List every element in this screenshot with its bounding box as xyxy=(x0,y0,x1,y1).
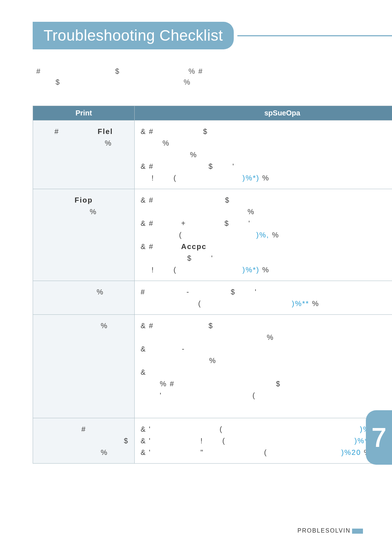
footer-label: PROBLESOLVIN xyxy=(298,527,363,534)
cell-line: % xyxy=(39,320,128,331)
cell-line: % xyxy=(140,149,392,160)
col-header-problem: Print xyxy=(33,106,135,121)
problem-cell: Fiop % xyxy=(33,189,135,281)
cell-line: % xyxy=(39,447,128,458)
footer-accent-box xyxy=(352,529,363,534)
page-ref-link[interactable]: )%** xyxy=(292,300,309,307)
title-rule xyxy=(237,35,392,36)
troubleshooting-table: Print spSueOpa # Flel %& # $ % %& # $ ' … xyxy=(33,106,392,464)
cell-line: # - $ ' xyxy=(140,286,392,298)
cell-line: & # $ xyxy=(140,320,392,331)
problem-cell: % xyxy=(33,315,135,418)
solution-cell: & ' ( )%. %& ' ! ( )%*) %& ' " xyxy=(135,418,392,464)
solution-cell: & # $ %& # + $ ' ( )%, %& # Accpc $ ' xyxy=(135,189,392,281)
cell-line: $ ' xyxy=(140,252,392,264)
cell-line: % xyxy=(39,206,128,217)
cell-line: & # $ xyxy=(140,194,392,206)
title-bar: Troubleshooting Checklist xyxy=(33,22,359,49)
page-ref-link[interactable]: )%, xyxy=(256,231,269,239)
table-row: %& # $ %& - %& % # $ ' xyxy=(33,315,392,418)
cell-line: # Flel xyxy=(39,126,128,137)
cell-line: & # $ ' xyxy=(140,160,392,172)
page-ref-link[interactable]: )%*) xyxy=(242,266,260,274)
chapter-tab: 7 xyxy=(366,410,392,465)
problem-cell: # $ % xyxy=(33,418,135,464)
cell-line: & # $ xyxy=(140,126,392,137)
solution-cell: & # $ % %& # $ ' ! ( )%*) % xyxy=(135,121,392,189)
table-row: %# - $ ' ( )%** % xyxy=(33,281,392,315)
cell-line: % xyxy=(140,206,392,217)
chapter-number: 7 xyxy=(372,423,386,452)
bold-term: Accpc xyxy=(181,243,207,250)
page-title: Troubleshooting Checklist xyxy=(33,22,234,49)
cell-line: ! ( )%*) % xyxy=(140,172,392,184)
cell-line: & # Accpc xyxy=(140,241,392,252)
cell-line: % xyxy=(39,286,128,298)
cell-line: % # $ xyxy=(140,378,392,390)
page-ref-link[interactable]: )%*) xyxy=(242,174,260,182)
cell-line: % xyxy=(39,137,128,149)
cell-line: $ xyxy=(39,435,128,447)
bold-term: Flel xyxy=(98,127,113,135)
cell-line: & xyxy=(140,366,392,378)
table-row: # $ %& ' ( )%. %& ' ! ( xyxy=(33,418,392,464)
cell-line: & ' ( )%. % xyxy=(140,423,392,435)
cell-line: % xyxy=(140,137,392,149)
page-ref-link[interactable]: )%20 xyxy=(341,448,361,456)
table-row: # Flel %& # $ % %& # $ ' ! ( )%*) % xyxy=(33,121,392,189)
cell-line: & ' " ( )%20 % xyxy=(140,447,392,458)
cell-line: & # + $ ' xyxy=(140,217,392,229)
bold-term: Fiop xyxy=(75,196,93,204)
intro-text: # $ % # $ % xyxy=(36,66,359,87)
problem-cell: # Flel % xyxy=(33,121,135,189)
cell-line: Fiop xyxy=(39,194,128,206)
cell-line: ' ( )%. % xyxy=(140,390,392,401)
problem-cell: % xyxy=(33,281,135,315)
col-header-solution: spSueOpa xyxy=(135,106,392,121)
cell-line: & - xyxy=(140,343,392,355)
solution-cell: & # $ %& - %& % # $ ' xyxy=(135,315,392,418)
cell-line xyxy=(140,401,392,413)
cell-line: % xyxy=(140,355,392,366)
cell-line: # xyxy=(39,423,128,435)
cell-line: ! ( )%*) % xyxy=(140,264,392,276)
cell-line: ( )%** % xyxy=(140,298,392,309)
table-row: Fiop %& # $ %& # + $ ' ( )%, %& # Accpc xyxy=(33,189,392,281)
cell-line: ( )%, % xyxy=(140,229,392,241)
cell-line: % xyxy=(140,331,392,343)
solution-cell: # - $ ' ( )%** % xyxy=(135,281,392,315)
cell-line: & ' ! ( )%*) % xyxy=(140,435,392,447)
